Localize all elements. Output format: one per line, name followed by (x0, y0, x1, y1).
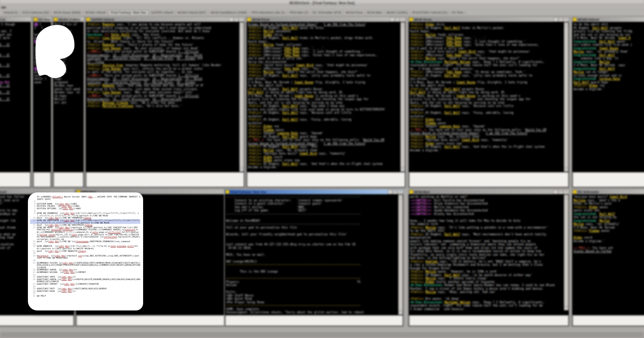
world-tab-5[interactable]: SUPER-Volund (149, 11, 175, 14)
scroll-down-icon[interactable]: ▼ (240, 167, 244, 171)
world-tab-3[interactable]: MCM2-Volund (83, 11, 107, 14)
world-tab-0[interactable]: Volund (1) (1, 11, 20, 14)
window-titlebar[interactable]: MCM Seras - □ x (409, 17, 569, 22)
terminal-output[interactable]: Dreams Based on Farhead-Generated Ideas?… (247, 22, 401, 172)
scroll-down-icon[interactable]: ▼ (564, 167, 568, 171)
command-input[interactable] (53, 172, 83, 187)
mdi-window-mcm-mari[interactable]: MCM-Mari - □ x worth catching on Netflix… (408, 189, 570, 327)
maximize-button[interactable]: □ (393, 190, 397, 194)
terminal-output[interactable]: <Public> Magneto says, 'I was going to s… (86, 22, 240, 172)
close-button[interactable]: x (400, 18, 405, 22)
maximize-button[interactable]: □ (558, 190, 563, 194)
scroll-up-icon[interactable]: ▲ (401, 23, 405, 27)
world-tab-7[interactable]: MCM KaraNikoLin (2358) (209, 11, 249, 14)
command-input[interactable] (0, 172, 30, 187)
maximize-button[interactable]: □ (234, 18, 239, 22)
window-titlebar[interactable]: MCM-Mari - □ x (409, 190, 569, 194)
mdi-window-final-fantasy[interactable]: Final Fantasy: New Sea - □ x -----------… (224, 189, 404, 327)
command-input[interactable] (572, 172, 644, 187)
code-link[interactable]: Volund's (52, 195, 63, 198)
code-link[interactable]: bbs (55, 240, 59, 243)
minimize-button[interactable]: - (553, 18, 558, 22)
world-tab-12[interactable]: MCM-Mari (365, 11, 384, 14)
scroll-up-icon[interactable]: ▲ (240, 23, 244, 27)
minimize-button[interactable]: - (388, 190, 392, 194)
code-link[interactable]: bbs (89, 195, 93, 198)
world-tab-6[interactable]: MCM3-Volund (257) (176, 11, 208, 14)
terminal-output[interactable]: to do the adult shit#1 Dogbot Earl Wolf … (572, 22, 644, 172)
vertical-scrollbar[interactable]: ▲ ▼ (564, 22, 569, 172)
command-input[interactable] (76, 315, 244, 326)
minimize-button[interactable]: - (390, 18, 395, 22)
close-button[interactable]: x (564, 18, 568, 22)
code-link[interactable]: bbs (68, 278, 72, 280)
command-input[interactable] (247, 172, 405, 187)
scroll-up-icon[interactable]: ▲ (564, 23, 568, 27)
code-link[interactable]: cobj (64, 283, 69, 285)
maximize-button[interactable]: □ (395, 18, 400, 22)
code-link[interactable]: regexp (78, 250, 86, 252)
code-link[interactable]: ucstr (127, 245, 134, 247)
window-titlebar[interactable]: SUPER-Volund - □ x (86, 17, 244, 22)
command-input[interactable] (225, 315, 403, 326)
window-titlebar[interactable]: MCM-Finna - □ x (247, 17, 405, 22)
mdi-window-g[interactable]: MCM3-Volund to do the adult shit#1 Dogbo… (571, 16, 644, 188)
command-input[interactable] (572, 315, 644, 326)
world-tab-14[interactable]: RHOSTDEV-Volund (31) (410, 11, 449, 14)
terminal-output[interactable]: ----------------------------------------… (225, 195, 399, 315)
command-input[interactable] (33, 172, 51, 187)
code-link[interactable]: cobj (49, 240, 54, 243)
code-link[interactable]: cobj (63, 207, 68, 210)
terminal-output[interactable]: worth catching on Netflix or nah?'-<<|WA… (409, 195, 564, 310)
world-tab-4[interactable]: Final Fantasy: New Sea (108, 10, 148, 14)
scroll-up-icon[interactable]: ▲ (399, 195, 402, 199)
code-link[interactable]: cobj (49, 250, 54, 252)
command-input[interactable] (409, 172, 569, 187)
close-button[interactable]: x (239, 18, 244, 22)
menu-bar[interactable] (0, 6, 644, 10)
code-link[interactable]: strfirstof (104, 235, 117, 238)
code-link[interactable]: cor (78, 254, 82, 257)
code-link[interactable]: cobj (62, 290, 67, 292)
code-link[interactable]: cobj (64, 271, 69, 273)
code-link[interactable]: avename (117, 245, 126, 247)
mdi-window-mcm-finna[interactable]: MCM-Finna - □ x Dreams Based on Farhead-… (246, 16, 406, 188)
code-link[interactable]: bbs (70, 271, 74, 273)
scroll-down-icon[interactable]: ▼ (401, 167, 405, 171)
world-tab-bar[interactable]: Volund (1)|EX3-Cytherea (92)|MCM Seras (… (0, 10, 644, 15)
code-link[interactable]: bbs (55, 250, 59, 252)
close-button[interactable]: x (398, 190, 402, 194)
world-tab-9[interactable]: PEN-Mari (4) (288, 11, 310, 14)
app-title-bar[interactable]: MUSHclient - [Final Fantasy: New Sea] (0, 0, 644, 6)
mdi-window-super-volund[interactable]: SUPER-Volund - □ x <Public> Magneto says… (85, 16, 245, 188)
code-link[interactable]: cobj (62, 278, 67, 280)
terminal-output[interactable]: <Public> Alden chirp<Public> #1 Dogbot, … (409, 22, 564, 172)
world-tab-10[interactable]: EC Schroeder (973) (311, 11, 343, 14)
code-link[interactable]: setq (111, 245, 116, 247)
minimize-button[interactable]: - (229, 18, 234, 22)
code-link[interactable]: bbs (70, 283, 74, 285)
world-tab-13[interactable]: MUSH (12891) (385, 11, 410, 14)
vertical-scrollbar[interactable]: ▲ ▼ (564, 195, 569, 310)
scroll-up-icon[interactable]: ▲ (564, 195, 568, 199)
terminal-output[interactable]: *musique bons music* Comet BirdMerlina s… (572, 195, 644, 310)
command-input[interactable] (0, 315, 74, 326)
world-tab-2[interactable]: MCM Seras (5666) (52, 11, 83, 14)
code-link[interactable]: choosegame (75, 240, 88, 243)
window-titlebar[interactable]: EC Schroeder (572, 190, 644, 194)
minimize-button[interactable]: - (553, 190, 558, 194)
mdi-window-l[interactable]: EC Schroeder *musique bons music* Comet … (571, 189, 644, 327)
code-link[interactable]: bbs (68, 290, 72, 292)
window-titlebar[interactable]: MCM3-Volund (572, 17, 644, 22)
mdi-window-mcm-seras[interactable]: MCM Seras - □ x <Public> Alden chirp<Pub… (408, 16, 570, 188)
world-tab-11[interactable]: MCM-Finna (344, 11, 364, 14)
vertical-scrollbar[interactable]: ▲ ▼ (400, 22, 405, 172)
world-tab-1[interactable]: EX3-Cytherea (92) (20, 11, 51, 14)
world-tab-15[interactable]: EV-Test (450, 11, 465, 14)
window-titlebar[interactable]: Final Fantasy: New Sea - □ x (225, 190, 403, 194)
close-button[interactable]: x (564, 190, 568, 194)
command-input[interactable] (86, 172, 244, 187)
code-link[interactable]: bbs (69, 207, 73, 210)
scroll-down-icon[interactable]: ▼ (564, 306, 568, 310)
command-input[interactable] (409, 315, 569, 326)
